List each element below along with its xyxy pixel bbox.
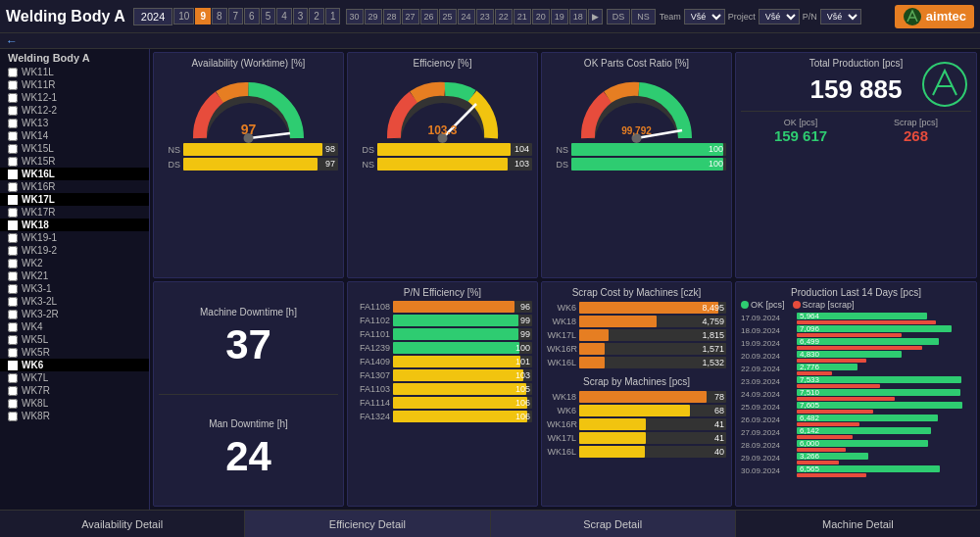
sidebar-checkbox[interactable] [8,271,18,281]
sidebar-item[interactable]: WK7L [0,371,149,384]
scrap-cost-val: 8,495 [702,302,724,314]
sidebar-item[interactable]: WK6 [0,359,149,371]
sidebar-checkbox[interactable] [8,182,18,192]
sidebar-item[interactable]: WK12-1 [0,91,149,104]
sidebar-item[interactable]: WK18 [0,219,149,231]
prod14-scrap-bar-wrap [797,397,971,401]
year-box[interactable]: 2024 [133,8,172,25]
wk8-btn[interactable]: 8 [212,8,227,24]
wk7-btn[interactable]: 7 [228,8,244,24]
sidebar-item[interactable]: WK3-2R [0,308,149,320]
prod14-date: 19.09.2024 [741,339,795,348]
sidebar-item[interactable]: WK5L [0,333,149,346]
day26[interactable]: 26 [420,9,438,24]
sidebar-item[interactable]: WK14 [0,129,149,142]
sidebar-item[interactable]: WK12-2 [0,104,149,117]
sidebar-item[interactable]: WK8L [0,397,149,410]
day28[interactable]: 28 [383,9,401,24]
sidebar-item[interactable]: WK15L [0,142,149,155]
sidebar-item[interactable]: WK19-1 [0,231,149,244]
sidebar-checkbox[interactable] [8,335,18,345]
day23[interactable]: 23 [476,9,494,24]
sidebar-checkbox[interactable] [8,119,18,128]
sidebar-checkbox[interactable] [8,80,18,90]
tab-availability-detail[interactable]: Availability Detail [0,511,245,537]
back-button[interactable]: ← [6,34,18,48]
legend-ok-label: OK [pcs] [751,300,785,310]
sidebar-checkbox[interactable] [8,322,18,332]
sidebar-item[interactable]: WK7R [0,384,149,397]
sidebar-checkbox[interactable] [8,259,18,268]
wk3-btn[interactable]: 3 [293,8,309,24]
sidebar-item[interactable]: WK21 [0,269,149,282]
pn-bar-fill [393,328,518,340]
day22[interactable]: 22 [495,9,513,24]
day30[interactable]: 30 [346,9,364,24]
day21[interactable]: 21 [514,9,531,24]
sidebar-checkbox[interactable] [8,386,18,396]
sidebar-item[interactable]: WK2 [0,257,149,269]
wk1-btn[interactable]: 1 [325,8,341,24]
wk2-btn[interactable]: 2 [309,8,324,24]
sidebar-checkbox[interactable] [8,412,18,421]
pn-bar-row: FA1239 100 [353,342,532,354]
day20[interactable]: 20 [532,9,550,24]
day18[interactable]: 18 [569,9,587,24]
sidebar-checkbox[interactable] [8,144,18,154]
shift-ns[interactable]: NS [631,9,656,24]
team-select[interactable]: Všé [684,9,725,24]
shift-ds[interactable]: DS [607,9,631,24]
sidebar-checkbox[interactable] [8,233,18,243]
sidebar-checkbox[interactable] [8,348,18,358]
sidebar-item[interactable]: WK16L [0,168,149,180]
prod14-ok-bar-wrap: 7,096 [797,325,971,332]
sidebar-checkbox[interactable] [8,131,18,141]
sidebar-item[interactable]: WK15R [0,155,149,168]
sidebar-item[interactable]: WK3-1 [0,282,149,295]
sidebar-checkbox[interactable] [8,399,18,409]
sidebar-checkbox[interactable] [8,246,18,256]
wk6-btn[interactable]: 6 [244,8,260,24]
sidebar-item[interactable]: WK4 [0,320,149,333]
sidebar-item[interactable]: WK5R [0,346,149,359]
sidebar-item[interactable]: WK8R [0,410,149,422]
pn-select[interactable]: Všé [820,9,861,24]
days-next[interactable]: ▶ [588,9,603,24]
sidebar-checkbox[interactable] [8,93,18,103]
day25[interactable]: 25 [439,9,457,24]
wk9-btn[interactable]: 9 [195,8,211,24]
sidebar-checkbox[interactable] [8,310,18,319]
sidebar-item[interactable]: WK11R [0,78,149,91]
prod14-ok-val: 7,510 [800,388,819,397]
sidebar-item[interactable]: WK17R [0,206,149,219]
wk5-btn[interactable]: 5 [261,8,276,24]
sidebar-item[interactable]: WK3-2L [0,295,149,308]
wk10-btn[interactable]: 10 [173,8,194,24]
day29[interactable]: 29 [365,9,382,24]
sidebar-item[interactable]: WK19-2 [0,244,149,257]
sidebar-checkbox[interactable] [8,373,18,383]
sidebar-checkbox[interactable] [8,208,18,218]
sidebar-item-label: WK13 [22,118,48,128]
tab-machine-detail[interactable]: Machine Detail [736,511,980,537]
scrap-mach-fill [579,432,646,444]
eff-ds-lbl: DS [353,145,374,155]
project-select[interactable]: Všé [759,9,800,24]
sidebar-item[interactable]: WK11L [0,66,149,78]
day24[interactable]: 24 [458,9,475,24]
sidebar-item[interactable]: WK16R [0,180,149,193]
sidebar-checkbox[interactable] [8,297,18,307]
prod14-row: 29.09.2024 3,266 [741,453,971,464]
sidebar-checkbox[interactable] [8,68,18,77]
wk4-btn[interactable]: 4 [276,8,292,24]
tab-efficiency-detail[interactable]: Efficiency Detail [245,511,490,537]
pn-bar-track: 99 [393,315,532,326]
day19[interactable]: 19 [551,9,568,24]
sidebar-item[interactable]: WK17L [0,193,149,206]
sidebar-checkbox[interactable] [8,157,18,167]
tab-scrap-detail[interactable]: Scrap Detail [491,511,736,537]
sidebar-checkbox[interactable] [8,284,18,294]
sidebar-checkbox[interactable] [8,106,18,116]
day27[interactable]: 27 [402,9,419,24]
sidebar-item[interactable]: WK13 [0,117,149,129]
